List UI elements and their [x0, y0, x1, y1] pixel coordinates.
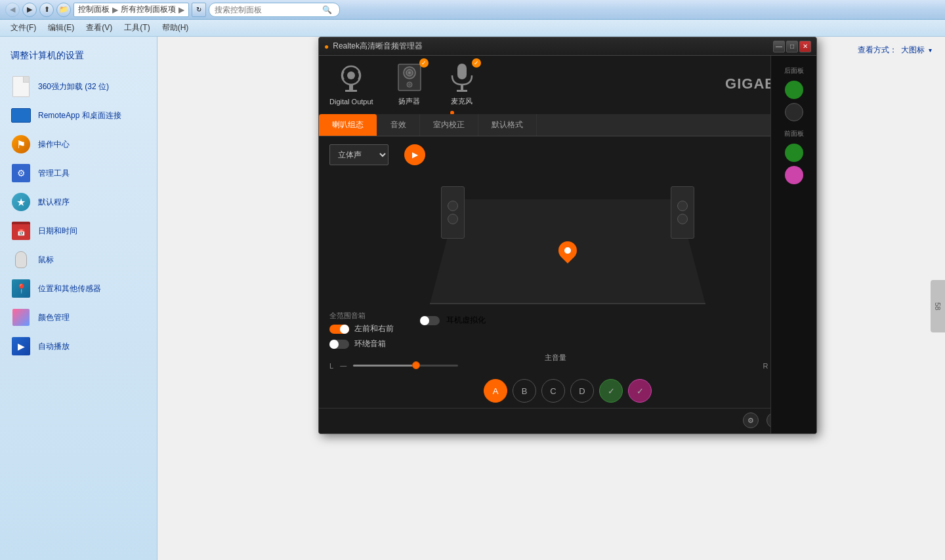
- surround-toggle[interactable]: [329, 340, 349, 349]
- vol-container: 主音量: [353, 365, 757, 367]
- tab-room-correction[interactable]: 室内校正: [420, 114, 478, 136]
- svg-rect-10: [457, 64, 467, 79]
- folder-icon: 📁: [56, 3, 71, 17]
- device-microphone[interactable]: ✓ 麦克风: [446, 61, 478, 106]
- menu-tools[interactable]: 工具(T): [119, 21, 155, 35]
- digital-output-svg: [335, 62, 368, 95]
- settings-icon-button[interactable]: ⚙: [743, 412, 759, 428]
- microphone-icon-wrap: ✓: [446, 61, 478, 94]
- sidebar-label-location: 位置和其他传感器: [38, 283, 101, 294]
- center-content: 查看方式： 大图标 ▾ ● Realtek高清晰音频管理器 — □ ✕: [158, 37, 945, 560]
- menu-view[interactable]: 查看(V): [81, 21, 117, 35]
- sidebar-item-location[interactable]: 📍 位置和其他传感器: [0, 274, 157, 303]
- channel-a-button[interactable]: A: [484, 379, 507, 403]
- front-panel-dot-green[interactable]: [785, 144, 803, 162]
- back-button[interactable]: ◀: [5, 3, 20, 17]
- icon-360: [10, 76, 32, 97]
- digital-output-icon-wrap: [335, 62, 368, 95]
- device-speakers[interactable]: ✓ 扬声器: [393, 61, 426, 106]
- back-panel-dot-gray[interactable]: [785, 103, 803, 121]
- sidebar-item-mouse[interactable]: 鼠标: [0, 245, 157, 274]
- sidebar-item-color[interactable]: 颜色管理: [0, 303, 157, 332]
- svg-point-9: [408, 83, 411, 86]
- toggle-knob-off: [329, 340, 339, 349]
- page-title: 调整计算机的设置: [0, 43, 157, 72]
- speakers-label: 扬声器: [398, 96, 420, 106]
- speaker-right-driver1: [677, 201, 688, 211]
- device-digital-output[interactable]: Digital Output: [329, 62, 373, 106]
- sidebar-item-datetime[interactable]: 📅 日期和时间: [0, 216, 157, 245]
- sidebar-item-360[interactable]: 360强力卸载 (32 位): [0, 72, 157, 101]
- up-button[interactable]: ⬆: [39, 3, 54, 17]
- edge-tab[interactable]: 58: [931, 280, 945, 332]
- menu-file[interactable]: 文件(F): [5, 21, 41, 35]
- vol-knob[interactable]: [412, 361, 420, 369]
- vol-track[interactable]: [353, 365, 458, 367]
- view-mode-current[interactable]: 大图标: [901, 45, 925, 56]
- left-right-front-option[interactable]: 左前和右前: [329, 323, 394, 334]
- speakers-icon-wrap: ✓: [393, 61, 426, 94]
- earphone-toggle-knob: [420, 316, 429, 325]
- surround-option[interactable]: 环绕音箱: [329, 338, 394, 350]
- bottom-controls: ⚙ ↺ ℹ: [319, 408, 816, 433]
- address-bar[interactable]: 控制面板 ▶ 所有控制面板项 ▶: [74, 3, 189, 17]
- refresh-button[interactable]: ↻: [192, 3, 206, 17]
- vol-fill: [353, 365, 416, 367]
- menu-help[interactable]: 帮助(H): [157, 21, 194, 35]
- maximize-button[interactable]: □: [786, 41, 798, 52]
- close-button[interactable]: ✕: [799, 41, 811, 52]
- dialog-title: Realtek高清晰音频管理器: [333, 41, 773, 52]
- left-right-front-toggle[interactable]: [329, 325, 349, 334]
- menu-edit[interactable]: 编辑(E): [43, 21, 79, 35]
- speaker-left[interactable]: [441, 186, 465, 239]
- channel-pink-button[interactable]: ✓: [628, 379, 652, 403]
- svg-point-1: [347, 71, 355, 79]
- icon-mouse: [10, 249, 32, 270]
- icon-autoplay: ▶: [10, 336, 32, 357]
- search-icon[interactable]: 🔍: [322, 5, 332, 14]
- channel-c-button[interactable]: C: [541, 379, 565, 403]
- forward-button[interactable]: ▶: [22, 3, 37, 17]
- view-mode-arrow[interactable]: ▾: [929, 47, 932, 54]
- earphone-virtual-toggle[interactable]: [420, 316, 440, 325]
- view-mode-label: 查看方式：: [858, 45, 897, 56]
- tab-speakers-config[interactable]: 喇叭组态: [319, 114, 377, 136]
- back-panel-label: 后面板: [784, 66, 804, 75]
- sidebar-item-tools[interactable]: ⚙ 管理工具: [0, 159, 157, 188]
- icon-location: 📍: [10, 278, 32, 299]
- search-input[interactable]: [215, 5, 320, 14]
- minimize-button[interactable]: —: [773, 41, 785, 52]
- speaker-visual-area: [329, 173, 806, 304]
- dialog-main: 喇叭组态 音效 室内校正 默认格式 立体声 ▶: [319, 114, 816, 433]
- pin-inner: [564, 247, 571, 254]
- sidebar-item-remote[interactable]: RemoteApp 和桌面连接: [0, 101, 157, 130]
- tab-effects[interactable]: 音效: [377, 114, 420, 136]
- sidebar-item-action[interactable]: ⚑ 操作中心: [0, 130, 157, 159]
- svg-point-7: [408, 71, 411, 74]
- svg-rect-3: [345, 90, 357, 92]
- speaker-left-driver2: [448, 214, 458, 224]
- location-pin[interactable]: [558, 241, 577, 265]
- tab-default-format[interactable]: 默认格式: [478, 114, 537, 136]
- play-test-button[interactable]: ▶: [404, 144, 425, 165]
- title-bar: ◀ ▶ ⬆ 📁 控制面板 ▶ 所有控制面板项 ▶ ↻ 🔍: [0, 0, 945, 20]
- vol-dash1: —: [340, 362, 346, 369]
- sidebar-label-action: 操作中心: [38, 139, 70, 150]
- sidebar-item-default[interactable]: ★ 默认程序: [0, 188, 157, 216]
- search-box: 🔍: [209, 3, 340, 17]
- dialog-icon: ●: [324, 42, 329, 51]
- sidebar-label-default: 默认程序: [38, 197, 70, 208]
- volume-row: L — 主音量 R — + 🔊: [319, 356, 816, 376]
- speaker-right[interactable]: [671, 186, 694, 239]
- dialog-right-panel: 后面板 前面板: [770, 56, 816, 433]
- back-panel-dot-green[interactable]: [785, 81, 803, 99]
- toggle-knob-on: [340, 325, 349, 334]
- channel-check-button[interactable]: ✓: [599, 379, 623, 403]
- channel-d-button[interactable]: D: [570, 379, 594, 403]
- front-panel-dot-pink[interactable]: [785, 166, 803, 184]
- sidebar-item-autoplay[interactable]: ▶ 自动播放: [0, 332, 157, 361]
- speaker-type-select[interactable]: 立体声: [329, 144, 388, 165]
- channel-b-button[interactable]: B: [513, 379, 536, 403]
- svg-rect-11: [461, 85, 463, 90]
- edge-tab-number: 58: [934, 302, 942, 310]
